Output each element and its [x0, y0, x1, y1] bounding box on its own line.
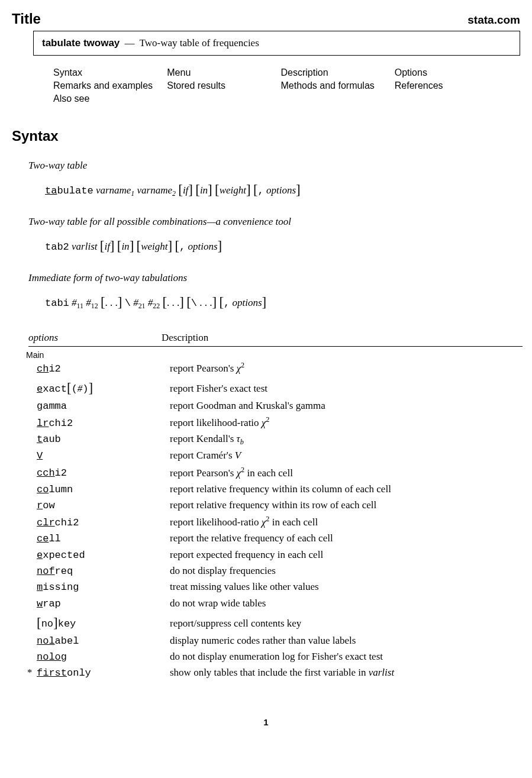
nav-syntax[interactable]: Syntax — [53, 67, 161, 78]
opt-taub: taub report Kendall's τb — [28, 431, 523, 448]
opt-cell: cell report the relative frequency of ea… — [28, 531, 523, 547]
title-cmd: tabulate twoway — [42, 37, 120, 49]
opt-nofreq: nofreq do not display frequencies — [28, 563, 523, 579]
opt-nolog: nolog do not display enumeration log for… — [28, 649, 523, 665]
nav-stored[interactable]: Stored results — [167, 80, 275, 91]
header-row: Title stata.com — [12, 11, 520, 27]
nav-references[interactable]: References — [395, 80, 502, 91]
opt-cchi2: cchi2 report Pearson's χ2 in each cell — [28, 464, 523, 482]
group-main: Main — [26, 350, 523, 360]
site-link[interactable]: stata.com — [467, 14, 520, 27]
subhead-tab2: Two-way table for all possible combinati… — [28, 216, 520, 228]
title-box: tabulate twoway — Two-way table of frequ… — [33, 31, 520, 56]
opt-nolabel: nolabel display numeric codes rather tha… — [28, 633, 523, 649]
opt-gamma: gamma report Goodman and Kruskal's gamma — [28, 398, 523, 414]
page-number: 1 — [12, 717, 520, 727]
title-desc: Two-way table of frequencies — [140, 37, 259, 49]
nav-grid: Syntax Menu Description Options Remarks … — [53, 67, 502, 104]
section-syntax-heading: Syntax — [12, 128, 520, 144]
syntax-tabi: tabi #11 #12 [. . .] \ #21 #22 [. . .] [… — [45, 290, 520, 313]
title-dash: — — [122, 37, 137, 49]
syntax-tabulate: tabulate varname1 varname2 [if] [in] [we… — [45, 177, 520, 201]
opt-wrap: wrap do not wrap wide tables — [28, 596, 523, 612]
opt-v: V report Cramér's V — [28, 448, 523, 464]
nav-alsosee[interactable]: Also see — [53, 93, 161, 104]
options-table: options Description Main chi2 report Pea… — [28, 330, 523, 682]
nav-description[interactable]: Description — [281, 67, 389, 78]
opt-expected: expected report expected frequency in ea… — [28, 547, 523, 563]
options-table-header: options Description — [28, 330, 523, 347]
subhead-twoway: Two-way table — [28, 160, 520, 172]
page-title: Title — [12, 11, 41, 27]
opt-nokey: [no]key report/suppress cell contents ke… — [28, 612, 523, 633]
opthead-options: options — [28, 332, 162, 344]
syntax-tab2: tab2 varlist [if] [in] [weight] [, optio… — [45, 234, 520, 257]
opthead-description: Description — [162, 332, 523, 344]
nav-menu[interactable]: Menu — [167, 67, 275, 78]
opt-row: row report relative frequency within its… — [28, 498, 523, 514]
nav-options[interactable]: Options — [395, 67, 502, 78]
nav-methods[interactable]: Methods and formulas — [281, 80, 389, 91]
opt-exact: exact[(#)] report Fisher's exact test — [28, 377, 523, 398]
opt-lrchi2: lrchi2 report likelihood-ratio χ2 — [28, 414, 523, 431]
opt-chi2: chi2 report Pearson's χ2 — [28, 360, 523, 377]
nav-remarks[interactable]: Remarks and examples — [53, 80, 161, 91]
opt-firstonly: *firstonly show only tables that include… — [28, 665, 523, 681]
opt-missing: missing treat missing values like other … — [28, 579, 523, 595]
opt-clrchi2: clrchi2 report likelihood-ratio χ2 in ea… — [28, 514, 523, 531]
subhead-tabi: Immediate form of two-way tabulations — [28, 272, 520, 284]
opt-column: column report relative frequency within … — [28, 482, 523, 498]
